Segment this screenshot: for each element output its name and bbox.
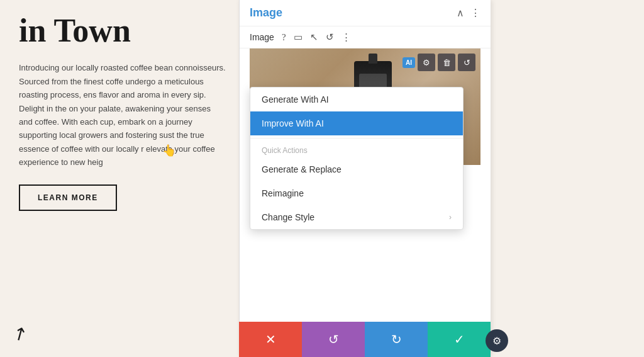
redo-icon: ↻ <box>391 332 402 347</box>
action-bar: ✕ ↺ ↻ ✓ <box>239 322 491 357</box>
image-overlay-toolbar: AI ⚙ 🗑 ↺ <box>402 54 475 71</box>
learn-more-button[interactable]: LEARN MORE <box>19 184 117 211</box>
generate-with-ai-item[interactable]: Generate With AI <box>250 88 463 111</box>
gear-overlay-icon: ⚙ <box>492 335 501 347</box>
change-style-chevron-icon: › <box>449 213 452 222</box>
image-reset-button[interactable]: ↺ <box>458 54 475 71</box>
select-icon[interactable]: ↖ <box>310 31 318 43</box>
dropdown-divider <box>250 138 463 139</box>
undo-button[interactable]: ↺ <box>302 322 365 357</box>
page-body: Introducing our locally roasted coffee b… <box>19 61 226 169</box>
decorative-arrow-icon: ↗ <box>8 321 31 346</box>
change-style-item[interactable]: Change Style › <box>250 205 463 229</box>
reimagine-item[interactable]: Reimagine <box>250 181 463 205</box>
image-delete-button[interactable]: 🗑 <box>438 54 455 71</box>
left-content-area: in Town Introducing our locally roasted … <box>0 0 245 357</box>
panel-title: Image <box>250 6 282 20</box>
ai-badge: AI <box>402 57 415 68</box>
undo-toolbar-icon[interactable]: ↺ <box>326 31 334 43</box>
quick-actions-label: Quick Actions <box>250 141 463 157</box>
panel-header-actions: ∧ ⋮ <box>457 7 480 19</box>
generate-replace-item[interactable]: Generate & Replace <box>250 157 463 181</box>
panel-header: Image ∧ ⋮ <box>240 0 491 26</box>
toolbar-label: Image <box>250 32 274 42</box>
collapse-icon[interactable]: ∧ <box>457 7 464 19</box>
undo-icon: ↺ <box>328 332 339 347</box>
right-panel: Image ∧ ⋮ Image ? ▭ ↖ ↺ ⋮ AI ⚙ 🗑 ↺ Gener… <box>239 0 491 357</box>
cancel-button[interactable]: ✕ <box>239 322 302 357</box>
improve-with-ai-item[interactable]: Improve With AI <box>250 111 463 135</box>
page-title: in Town <box>19 13 226 48</box>
redo-button[interactable]: ↻ <box>365 322 428 357</box>
gear-overlay-button[interactable]: ⚙ <box>486 329 508 352</box>
improve-with-ai-label: Improve With AI <box>262 118 324 128</box>
image-settings-button[interactable]: ⚙ <box>418 54 435 71</box>
confirm-button[interactable]: ✓ <box>428 322 491 357</box>
check-icon: ✓ <box>454 332 465 347</box>
cancel-icon: ✕ <box>265 332 276 347</box>
change-style-label: Change Style <box>262 212 314 222</box>
panel-more-icon[interactable]: ⋮ <box>470 7 480 19</box>
mobile-icon[interactable]: ▭ <box>294 31 303 43</box>
help-icon[interactable]: ? <box>282 32 286 43</box>
toolbar-row: Image ? ▭ ↖ ↺ ⋮ <box>240 26 491 48</box>
ai-dropdown-menu: Generate With AI Improve With AI Quick A… <box>250 87 464 230</box>
more-toolbar-icon[interactable]: ⋮ <box>341 31 351 43</box>
